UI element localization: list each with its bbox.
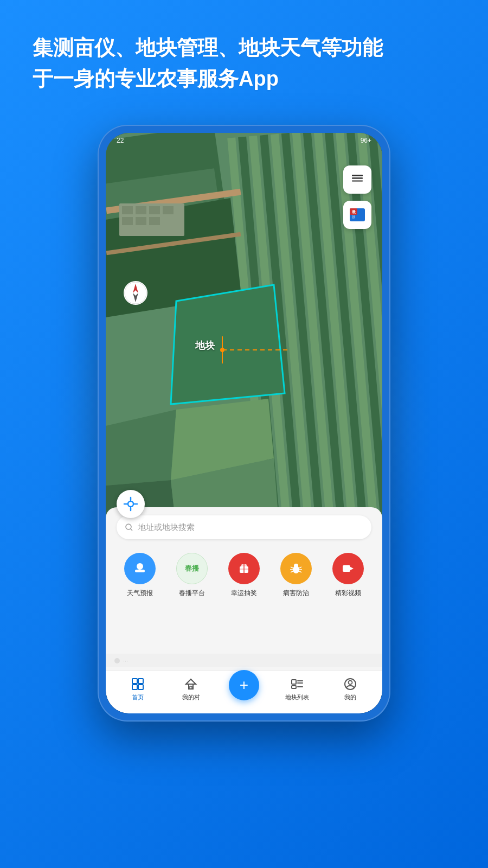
village-tab-label: 我的村 [182, 693, 200, 701]
spring-label: 春播平台 [179, 589, 205, 598]
svg-rect-32 [149, 217, 160, 225]
icon-item-video[interactable]: 精彩视频 [332, 553, 364, 598]
svg-point-35 [220, 348, 224, 352]
icon-item-lottery[interactable]: 幸运抽奖 [228, 553, 260, 598]
tab-bar: 首页 我的村 + [106, 670, 382, 713]
search-icon [125, 523, 133, 532]
satellite-map [106, 133, 382, 529]
map-layer-button[interactable] [343, 165, 371, 194]
add-button[interactable]: + [229, 670, 259, 700]
pest-icon-circle [280, 553, 312, 584]
icon-item-pest[interactable]: 病害防治 [280, 553, 312, 598]
headline: 集测亩仪、地块管理、地块天气等功能 于一身的专业农事服务App [33, 33, 455, 94]
tab-fields[interactable]: 地块列表 [271, 677, 324, 701]
field-label: 地块 [195, 339, 215, 352]
weather-label: 天气预报 [127, 589, 153, 598]
weather-icon-circle [124, 553, 156, 584]
pest-label: 病害防治 [283, 589, 309, 598]
svg-rect-78 [292, 680, 296, 684]
search-bar[interactable]: 地址或地块搜索 [117, 515, 371, 539]
status-time: 22 [117, 137, 124, 144]
svg-line-67 [299, 571, 301, 572]
svg-rect-59 [240, 569, 248, 570]
tab-profile[interactable]: 我的 [324, 677, 377, 701]
content-strip: ··· [106, 654, 382, 667]
svg-rect-55 [135, 570, 145, 572]
lottery-label: 幸运抽奖 [231, 589, 257, 598]
icon-item-spring[interactable]: 春播 春播平台 [176, 553, 208, 598]
home-tab-icon [131, 677, 145, 691]
svg-rect-81 [292, 686, 296, 688]
svg-rect-26 [122, 206, 133, 214]
svg-marker-75 [186, 679, 196, 684]
profile-tab-label: 我的 [344, 693, 356, 701]
map-area[interactable]: 地块 最 强 [106, 133, 382, 529]
svg-rect-28 [149, 206, 160, 214]
phone-screen: 22 96+ [106, 133, 382, 713]
svg-rect-71 [132, 679, 137, 684]
status-bar: 22 96+ [106, 133, 382, 148]
svg-marker-69 [350, 567, 354, 570]
add-icon: + [240, 678, 248, 693]
svg-rect-41 [352, 177, 363, 179]
svg-point-61 [294, 564, 298, 568]
svg-rect-30 [122, 217, 133, 225]
search-placeholder: 地址或地块搜索 [138, 522, 195, 533]
video-icon-circle [332, 553, 364, 584]
profile-tab-icon [343, 677, 357, 691]
headline-line2: 于一身的专业农事服务App [33, 63, 455, 94]
svg-point-70 [114, 658, 120, 663]
bottom-panel: 地址或地块搜索 天气预报 春播 [106, 507, 382, 713]
lottery-icon-circle [228, 553, 260, 584]
svg-rect-31 [136, 217, 146, 225]
svg-rect-42 [352, 175, 363, 176]
svg-text:强: 强 [352, 215, 355, 219]
spring-icon-circle: 春播 [176, 553, 208, 584]
tab-home[interactable]: 首页 [111, 677, 164, 701]
svg-rect-68 [343, 565, 350, 572]
svg-rect-77 [190, 686, 192, 689]
svg-rect-73 [132, 685, 137, 690]
phone-mockup: 22 96+ [98, 125, 390, 722]
svg-marker-18 [171, 285, 285, 404]
village-tab-icon [184, 677, 198, 691]
svg-point-52 [126, 524, 131, 529]
location-button[interactable] [117, 490, 145, 518]
headline-line1: 集测亩仪、地块管理、地块天气等功能 [33, 33, 455, 63]
tab-add[interactable]: + [217, 670, 271, 709]
fields-tab-icon [290, 677, 304, 691]
map-style-button[interactable]: 最 强 [343, 201, 371, 229]
svg-line-64 [291, 571, 293, 572]
icon-item-weather[interactable]: 天气预报 [124, 553, 156, 598]
home-tab-label: 首页 [132, 693, 144, 701]
svg-rect-27 [136, 206, 146, 214]
fields-tab-label: 地块列表 [285, 693, 309, 701]
svg-rect-29 [163, 206, 174, 214]
svg-rect-74 [138, 685, 143, 690]
icon-grid: 天气预报 春播 春播平台 [106, 547, 382, 603]
status-battery: 96+ [361, 137, 371, 144]
svg-point-84 [349, 681, 352, 685]
svg-line-53 [131, 529, 132, 531]
video-label: 精彩视频 [335, 589, 361, 598]
svg-line-62 [291, 567, 293, 568]
svg-point-47 [128, 501, 133, 507]
svg-line-65 [299, 567, 301, 568]
tab-village[interactable]: 我的村 [164, 677, 217, 701]
svg-point-54 [137, 563, 143, 570]
svg-rect-40 [352, 180, 363, 182]
svg-text:最: 最 [352, 210, 356, 214]
svg-rect-72 [138, 679, 143, 684]
